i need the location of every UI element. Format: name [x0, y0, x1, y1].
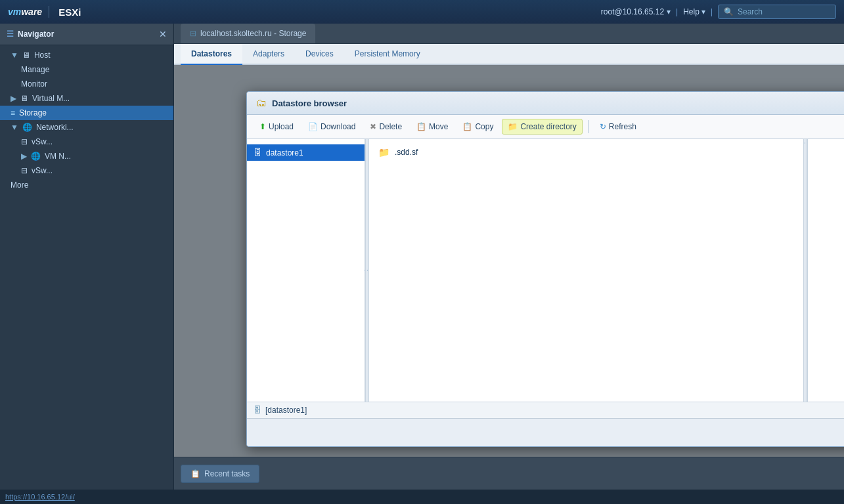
sidebar-item-networking[interactable]: ▼ 🌐 Networki...	[0, 120, 173, 135]
datastore-folder-icon: 🗄	[254, 148, 262, 158]
tab-bar: ⊟ localhost.skoltech.ru - Storage	[174, 24, 844, 44]
vms-arrow-icon: ▶	[11, 94, 16, 103]
tree-item-datastore1[interactable]: 🗄 datastore1	[247, 144, 365, 161]
monitor-label: Monitor	[21, 79, 47, 89]
logo-separator	[49, 6, 49, 18]
folder-icon: 📁	[378, 147, 389, 158]
modal-header-icon: 🗂	[256, 97, 267, 109]
status-datastore-icon: 🗄	[254, 406, 261, 415]
network-icon: 🌐	[22, 123, 32, 132]
modal-right-panel: 📁 .sdd.sf	[369, 139, 803, 402]
sidebar-item-vsw1[interactable]: ⊟ vSw...	[0, 135, 173, 149]
file-item-sdd-sf[interactable]: 📁 .sdd.sf	[374, 144, 798, 160]
vms-icon: 🖥	[20, 94, 28, 103]
help-dropdown-icon: ▾	[701, 7, 705, 16]
sidebar-title: ☰ Navigator	[7, 30, 54, 39]
tab-adapters[interactable]: Adapters	[242, 44, 295, 65]
modal-footer: Close	[247, 418, 844, 446]
sidebar-item-storage[interactable]: ≡ Storage	[0, 106, 173, 120]
tasks-icon: 📋	[190, 469, 200, 478]
modal-left-panel: 🗄 datastore1	[247, 139, 365, 402]
sidebar-item-manage[interactable]: Manage	[0, 62, 173, 77]
download-label: Download	[321, 122, 355, 131]
delete-icon: ✖	[370, 122, 376, 131]
ware-text: ware	[21, 7, 42, 17]
copy-button[interactable]: 📋 Copy	[456, 119, 499, 135]
move-button[interactable]: 📋 Move	[411, 119, 454, 135]
modal-toolbar: ⬆ Upload 📄 Download ✖ Delete	[247, 115, 844, 139]
move-label: Move	[429, 122, 448, 131]
sidebar-close-button[interactable]: ✕	[159, 29, 167, 39]
refresh-icon: ↻	[600, 122, 606, 131]
delete-button[interactable]: ✖ Delete	[364, 119, 408, 135]
recent-tasks-button[interactable]: 📋 Recent tasks	[181, 465, 259, 483]
sidebar-item-monitor[interactable]: Monitor	[0, 77, 173, 91]
user-dropdown-icon[interactable]: ▾	[667, 7, 671, 16]
user-label: root@10.16.65.12	[601, 7, 664, 16]
datastore-browser-modal: 🗂 Datastore browser ⬆ Upload 📄 Down	[246, 91, 844, 447]
download-icon: 📄	[308, 122, 318, 131]
sidebar-item-vmn[interactable]: ▶ 🌐 VM N...	[0, 149, 173, 163]
sidebar-header: ☰ Navigator ✕	[0, 24, 173, 45]
sidebar-item-more[interactable]: More	[0, 178, 173, 192]
delete-label: Delete	[379, 122, 402, 131]
tab-title-text: localhost.skoltech.ru - Storage	[200, 29, 306, 38]
url-bar: https://10.16.65.12/ui/	[0, 490, 844, 504]
navigator-icon: ☰	[7, 30, 14, 39]
storage-icon: ≡	[11, 108, 15, 117]
sidebar-content: ▼ 🖥 Host Manage Monitor ▶ 🖥 Virtual M...…	[0, 45, 173, 490]
tab-title: ⊟ localhost.skoltech.ru - Storage	[181, 24, 315, 43]
vm-text: vm	[8, 7, 21, 17]
download-button[interactable]: 📄 Download	[302, 119, 361, 135]
vmware-logo: vmware	[8, 7, 42, 17]
datastores-label: Datastores	[191, 49, 232, 58]
vsw2-icon: ⊟	[21, 166, 28, 175]
tab-datastores[interactable]: Datastores	[181, 44, 242, 65]
create-directory-icon: 📁	[508, 122, 518, 131]
upload-button[interactable]: ⬆ Upload	[254, 119, 300, 135]
sidebar-item-vms[interactable]: ▶ 🖥 Virtual M...	[0, 91, 173, 106]
vmn-arrow-icon: ▶	[21, 152, 27, 161]
copy-icon: 📋	[462, 122, 472, 131]
vsw2-label: vSw...	[32, 166, 53, 175]
help-menu[interactable]: Help ▾	[683, 7, 705, 16]
vsw1-label: vSw...	[32, 137, 53, 146]
sidebar: ☰ Navigator ✕ ▼ 🖥 Host Manage Monitor	[0, 24, 174, 490]
content-area: ⊟ localhost.skoltech.ru - Storage Datast…	[174, 24, 844, 490]
create-directory-button[interactable]: 📁 Create directory	[502, 119, 582, 135]
search-input[interactable]	[738, 7, 830, 16]
more-label: More	[11, 180, 28, 190]
sidebar-item-host[interactable]: ▼ 🖥 Host	[0, 48, 173, 62]
separator-2: |	[711, 7, 713, 16]
upload-label: Upload	[269, 122, 294, 131]
status-path: [datastore1]	[265, 406, 307, 415]
tab-persistent-memory[interactable]: Persistent Memory	[344, 44, 431, 65]
recent-tasks-label: Recent tasks	[204, 469, 250, 478]
adapters-label: Adapters	[253, 49, 284, 58]
separator-1: |	[676, 7, 678, 16]
modal-overlay: 🗂 Datastore browser ⬆ Upload 📄 Down	[174, 65, 844, 457]
topbar-right: root@10.16.65.12 ▾ | Help ▾ | 🔍	[601, 5, 836, 19]
sdd-sf-label: .sdd.sf	[395, 148, 418, 157]
search-icon: 🔍	[724, 7, 734, 16]
storage-tab-icon: ⊟	[190, 29, 196, 38]
help-label: Help	[683, 7, 700, 16]
sidebar-item-vsw2[interactable]: ⊟ vSw...	[0, 163, 173, 178]
host-arrow-icon: ▼	[11, 51, 18, 60]
refresh-button[interactable]: ↻ Refresh	[594, 119, 642, 135]
manage-label: Manage	[21, 65, 49, 74]
datastore1-label: datastore1	[266, 148, 303, 158]
sidebar-item-label: Host	[34, 51, 51, 60]
main-panel: 1 items ✎ 🗂 Datastore browser	[174, 65, 844, 457]
url-link[interactable]: https://10.16.65.12/ui/	[5, 493, 75, 501]
refresh-label: Refresh	[609, 122, 636, 131]
storage-label: Storage	[19, 108, 47, 117]
bottom-bar: 📋 Recent tasks	[174, 457, 844, 490]
tab-devices[interactable]: Devices	[295, 44, 344, 65]
user-info[interactable]: root@10.16.65.12 ▾	[601, 7, 671, 16]
modal-body: 🗄 datastore1 ⋮ 📁	[247, 139, 844, 402]
topbar: vmware ESXi root@10.16.65.12 ▾ | Help ▾ …	[0, 0, 844, 24]
host-icon: 🖥	[22, 51, 30, 60]
search-box[interactable]: 🔍	[718, 5, 836, 19]
esxi-label: ESXi	[58, 7, 81, 18]
